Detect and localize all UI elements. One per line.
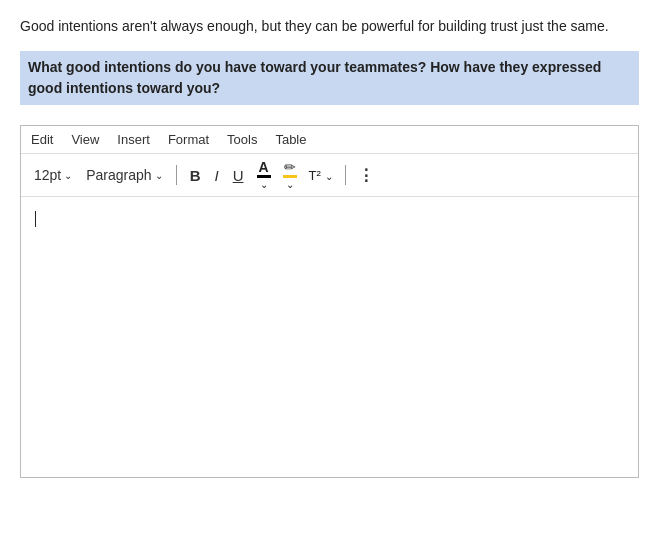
text-cursor: [35, 211, 36, 227]
font-color-chevron: ⌄: [260, 179, 268, 190]
superscript-button[interactable]: T² ⌄: [305, 166, 338, 185]
underline-button[interactable]: U: [228, 165, 249, 186]
bold-button[interactable]: B: [185, 165, 206, 186]
more-options-button[interactable]: ⋮: [354, 164, 379, 187]
highlight-bar: [283, 175, 297, 178]
font-size-chevron: ⌄: [64, 170, 72, 181]
toolbar: 12pt ⌄ Paragraph ⌄ B I U A ⌄ ✏ ⌄ T² ⌄ ⋮: [21, 153, 638, 197]
font-color-bar: [257, 175, 271, 178]
font-size-selector[interactable]: 12pt ⌄: [29, 165, 77, 185]
pencil-icon: ✏: [284, 160, 296, 174]
menu-table[interactable]: Table: [275, 132, 306, 147]
menu-view[interactable]: View: [71, 132, 99, 147]
menu-tools[interactable]: Tools: [227, 132, 257, 147]
menu-insert[interactable]: Insert: [117, 132, 150, 147]
superscript-chevron: ⌄: [325, 171, 333, 182]
font-color-button[interactable]: A ⌄: [253, 158, 275, 192]
italic-button[interactable]: I: [209, 165, 223, 186]
paragraph-style-chevron: ⌄: [155, 170, 163, 181]
menu-edit[interactable]: Edit: [31, 132, 53, 147]
highlight-button[interactable]: ✏ ⌄: [279, 158, 301, 192]
font-color-label: A: [258, 160, 268, 174]
intro-paragraph: Good intentions aren't always enough, bu…: [20, 16, 639, 37]
toolbar-divider-2: [345, 165, 346, 185]
toolbar-divider-1: [176, 165, 177, 185]
editor-container: Edit View Insert Format Tools Table 12pt…: [20, 125, 639, 478]
highlight-chevron: ⌄: [286, 179, 294, 190]
paragraph-style-selector[interactable]: Paragraph ⌄: [81, 165, 167, 185]
editor-text-area[interactable]: [21, 197, 638, 477]
menu-bar: Edit View Insert Format Tools Table: [21, 126, 638, 153]
highlight-question: What good intentions do you have toward …: [20, 51, 639, 105]
menu-format[interactable]: Format: [168, 132, 209, 147]
